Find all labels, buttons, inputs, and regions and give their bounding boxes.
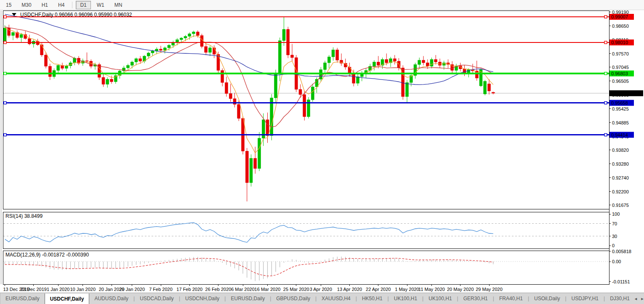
tf-button-mn[interactable]: MN [110,1,127,9]
tab-scroll-left-button[interactable]: ◂ [635,296,637,301]
date-tick-label: 26 Feb 2020 [205,287,232,292]
tf-button-w1[interactable]: W1 [93,1,109,9]
chart-tab-hk50h1[interactable]: HK50,H1 [357,293,388,304]
rsi-title: RSI(14) 38.8499 [5,213,43,219]
chart-tab-usoildaily[interactable]: USOil,Daily [529,293,565,304]
chart-tab-bar: EURUSD,DailyUSDCHF,DailyAUDUSD,Daily|USD… [0,293,644,304]
hline-right-handle[interactable] [604,41,607,44]
date-tick-label: 13 Apr 2020 [337,287,362,292]
date-tick-label: 6 Mar 2020 [231,287,255,292]
candle-body [57,65,60,70]
hline-right-handle[interactable] [604,16,607,18]
date-tick-label: 25 Mar 2020 [283,287,309,292]
hline-left-handle[interactable] [4,102,6,104]
candle-body [418,60,421,64]
chart-tab-ger30h1[interactable]: GER30,H1 [458,293,493,304]
price-tick-label: 0.91675 [612,203,629,208]
candle-body [3,28,6,43]
tf-button-15[interactable]: 15 [2,1,16,9]
candle-body [254,158,257,168]
tf-button-h1[interactable]: H1 [37,1,52,9]
candle-body [303,95,306,117]
date-tick-label: 3 Apr 2020 [310,287,332,292]
hline-left-handle[interactable] [4,41,6,44]
chart-tab-uk100h1[interactable]: UK100,H1 [423,293,457,304]
time-axis[interactable]: 13 Dec 201923 Dec 20191 Jan 202010 Jan 2… [3,284,503,292]
chart-tab-xauusdh4[interactable]: XAUUSD,H4 [317,293,356,304]
date-tick-label: 10 Jan 2020 [70,287,96,292]
candle-body [282,29,285,41]
candle-body [90,61,93,66]
macd-tick-label: 0.005818 [612,249,631,254]
date-tick-label: 11 May 2020 [418,287,445,292]
candle-body [147,53,150,56]
candle-body [139,58,142,61]
chart-canvas[interactable]: 0.991900.986500.981100.975700.970450.965… [0,11,644,293]
candle-body [270,98,273,136]
candle-body [106,79,109,84]
candle-body [463,69,466,73]
tf-button-h4[interactable]: H4 [54,1,69,9]
candle-body [229,93,232,98]
hline-price-label: 0.96803 [611,71,628,76]
tf-button-m30[interactable]: M30 [17,1,35,9]
date-tick-label: 1 May 2020 [395,287,419,292]
hline-right-handle[interactable] [604,72,607,75]
chart-tab-gbpusddaily[interactable]: GBPUSD,Daily [271,293,315,304]
candle-body [324,63,327,69]
candle-body [442,63,445,65]
candle-body [65,66,68,69]
candle-body [311,87,314,100]
candle-body [135,58,138,62]
tab-scroll-right-button[interactable]: ▸ [641,296,644,301]
rsi-tick-label: 100 [612,211,620,217]
candle-body [48,66,51,77]
candle-body [488,84,491,91]
candle-body [188,34,191,36]
candle-body [274,74,277,98]
date-tick-label: 1 Jan 2020 [47,287,69,292]
chart-tab-fra40h1[interactable]: FRA40,H1 [494,293,528,304]
chart-tab-dj30h1[interactable]: DJ30,H1 [605,293,635,304]
chart-tab-usdcnhdaily[interactable]: USDCNH,Daily [180,293,224,304]
candle-body [422,60,425,63]
hline-right-handle[interactable] [604,102,607,104]
candle-body [225,82,228,93]
candle-body [28,39,31,44]
candle-body [262,120,265,138]
tf-button-d1[interactable]: D1 [76,1,90,9]
macd-tick-label: 0.00 [612,259,621,264]
candle-body [200,35,203,46]
hline-right-handle[interactable] [604,134,607,136]
candle-body [85,61,88,61]
chart-tab-usdchfdaily[interactable]: USDCHF,Daily [45,293,90,304]
toolbar-separator [72,2,72,8]
hline-left-handle[interactable] [4,16,6,18]
rsi-tick-label: 0 [612,243,615,248]
candle-body [180,38,183,40]
candle-body [430,59,433,66]
candle-body [221,71,224,83]
hline-left-handle[interactable] [4,72,6,75]
candle-body [266,120,269,136]
chart-tab-usdcaddaily[interactable]: USDCAD,Daily [135,293,179,304]
candle-body [102,77,105,84]
price-tick-label: 0.97045 [612,65,629,70]
candle-body [278,41,281,74]
chart-tab-usdjpyh1[interactable]: USDJPY,H1 [567,293,604,304]
hline-left-handle[interactable] [4,134,6,136]
candle-body [385,59,388,63]
hline-price-label: 0.95658 [611,100,628,106]
price-tick-label: 0.96505 [612,79,629,84]
candle-body [160,49,162,50]
price-tick-label: 0.98650 [612,24,629,29]
chart-tab-eurusddaily[interactable]: EURUSD,Daily [0,293,45,304]
date-tick-label: 22 Apr 2020 [366,287,391,292]
chart-tab-audusddaily[interactable]: AUDUSD,Daily [89,293,133,304]
candle-body [492,93,495,93]
chart-tab-eurusddaily[interactable]: EURUSD,Daily [226,293,270,304]
candle-body [484,81,487,94]
price-tick-label: 0.92740 [612,175,629,180]
hline-price-label: 0.94414 [611,132,628,137]
chart-tab-uk100h1[interactable]: UK100,H1 [389,293,422,304]
